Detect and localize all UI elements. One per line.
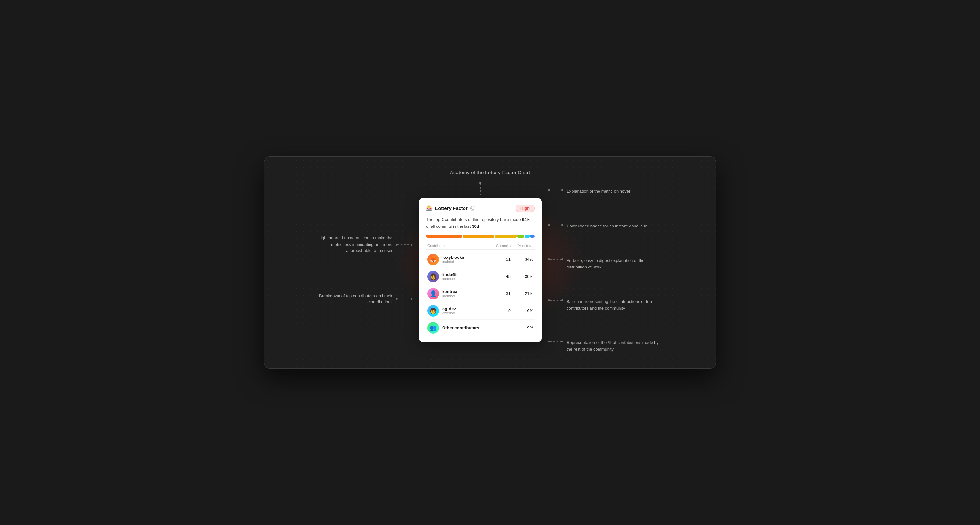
right-ann-dot-line-2 bbox=[548, 224, 563, 226]
contributor-row: 🧑og-devexternal96% bbox=[426, 302, 535, 320]
right-ann-2: Color coded badge for an instant visual … bbox=[548, 223, 664, 229]
contributor-name: Other contributors bbox=[442, 325, 488, 330]
r-dot-4b bbox=[562, 299, 563, 301]
right-ann-text-2: Color coded badge for an instant visual … bbox=[566, 223, 647, 229]
contribution-bar-chart bbox=[426, 235, 535, 238]
bar-segment bbox=[495, 235, 517, 238]
right-ann-text-5: Representation of the % of contributions… bbox=[566, 340, 664, 352]
pct-value: 9% bbox=[511, 325, 533, 330]
commits-value: 31 bbox=[488, 291, 511, 296]
th-commits: Commits bbox=[488, 243, 511, 248]
pct-value: 34% bbox=[511, 257, 533, 262]
r-dot-2b bbox=[562, 224, 563, 226]
high-badge: High bbox=[515, 205, 535, 212]
bar-segment bbox=[530, 235, 535, 238]
right-ann-text-4: Bar chart representing the contributions… bbox=[566, 299, 664, 311]
bar-segment bbox=[517, 235, 524, 238]
right-ann-4: Bar chart representing the contributions… bbox=[548, 299, 664, 311]
contributor-row: 👥Other contributors9% bbox=[426, 320, 535, 336]
bar-segment bbox=[426, 235, 462, 238]
avatar: 🧑 bbox=[427, 305, 439, 317]
table-header: Contributor Commits % of total bbox=[426, 243, 535, 250]
left-ann-line-1 bbox=[398, 244, 410, 245]
right-ann-text-1: Explanation of the metric on hover bbox=[566, 188, 630, 194]
contributor-role: member bbox=[442, 277, 488, 281]
contributor-name: og-dev bbox=[442, 306, 488, 311]
r-dot-5b bbox=[562, 340, 563, 342]
card-description: The top 2 contributors of this repositor… bbox=[426, 216, 535, 230]
pct-value: 30% bbox=[511, 274, 533, 279]
left-ann-dot-1b bbox=[410, 243, 412, 245]
contributor-info: og-devexternal bbox=[442, 306, 488, 315]
contributor-row: 👤kentruamember3121% bbox=[426, 285, 535, 302]
bar-segment bbox=[463, 235, 494, 238]
contributor-info: Other contributors bbox=[442, 325, 488, 330]
right-ann-5: Representation of the % of contributions… bbox=[548, 340, 664, 352]
left-annotation-2: Breakdown of top contributors and their … bbox=[316, 293, 412, 305]
lottery-factor-card: 🎰 Lottery Factor ⓘ High The top 2 contri… bbox=[419, 198, 542, 342]
desc-top-count: 2 bbox=[442, 217, 444, 222]
r-line-1 bbox=[550, 190, 562, 190]
avatar: 👥 bbox=[427, 322, 439, 334]
info-icon[interactable]: ⓘ bbox=[470, 206, 476, 211]
right-annotations: Explanation of the metric on hover Color… bbox=[542, 188, 664, 352]
contributor-role: maintainer bbox=[442, 260, 488, 264]
right-ann-dot-line-4 bbox=[548, 299, 563, 301]
avatar: 👤 bbox=[427, 288, 439, 299]
commits-value: 45 bbox=[488, 274, 511, 279]
lottery-icon: 🎰 bbox=[426, 205, 433, 211]
contributor-role: member bbox=[442, 294, 488, 298]
left-ann-text-2: Breakdown of top contributors and their … bbox=[316, 293, 393, 305]
pct-value: 21% bbox=[511, 291, 533, 296]
pct-value: 6% bbox=[511, 308, 533, 313]
left-ann-dot-2b bbox=[410, 298, 412, 300]
r-line-4 bbox=[550, 301, 562, 301]
avatar: 👩 bbox=[427, 271, 439, 282]
contributor-name: kentrua bbox=[442, 289, 488, 294]
right-ann-text-3: Verbose, easy to digest explanation of t… bbox=[566, 258, 664, 270]
left-ann-text-1: Light hearted name an icon to make the m… bbox=[316, 235, 393, 254]
contributor-info: kentruamember bbox=[442, 289, 488, 298]
contributors-list: 🦊foxyblocksmaintainer5134%👩linda45member… bbox=[426, 251, 535, 336]
contributor-row: 👩linda45member4530% bbox=[426, 268, 535, 285]
r-dot-3b bbox=[562, 258, 563, 260]
card-title: Lottery Factor bbox=[435, 205, 468, 211]
card-header: 🎰 Lottery Factor ⓘ High bbox=[426, 205, 535, 212]
card-title-area: 🎰 Lottery Factor ⓘ bbox=[426, 205, 476, 211]
r-line-2 bbox=[550, 224, 562, 225]
commits-value: 51 bbox=[488, 257, 511, 262]
contributor-row: 🦊foxyblocksmaintainer5134% bbox=[426, 251, 535, 268]
page-title: Anatomy of the Lottery Factor Chart bbox=[283, 170, 697, 175]
right-ann-dot-line-5 bbox=[548, 340, 563, 342]
main-layout: Light hearted name an icon to make the m… bbox=[283, 188, 697, 352]
desc-pct: 64% bbox=[522, 217, 530, 222]
right-ann-1: Explanation of the metric on hover bbox=[548, 188, 664, 194]
right-ann-dot-line-1 bbox=[548, 189, 563, 191]
contributor-role: external bbox=[442, 311, 488, 315]
tooltip-line-top bbox=[479, 182, 481, 197]
desc-mid: contributors of this repository have mad… bbox=[444, 217, 522, 222]
right-ann-dot-line-3 bbox=[548, 258, 563, 260]
contributor-name: foxyblocks bbox=[442, 255, 488, 260]
card-wrapper: 🎰 Lottery Factor ⓘ High The top 2 contri… bbox=[419, 198, 542, 342]
r-line-3 bbox=[550, 259, 562, 260]
desc-period: 30d bbox=[472, 224, 479, 229]
avatar: 🦊 bbox=[427, 254, 439, 265]
r-dot-1b bbox=[562, 189, 563, 191]
th-contributor: Contributor bbox=[427, 243, 488, 248]
desc-pre: The top bbox=[426, 217, 442, 222]
commits-value: 9 bbox=[488, 308, 511, 313]
right-ann-3: Verbose, easy to digest explanation of t… bbox=[548, 258, 664, 270]
left-annotation-1: Light hearted name an icon to make the m… bbox=[316, 235, 412, 254]
contributor-info: foxyblocksmaintainer bbox=[442, 255, 488, 264]
bar-segment bbox=[525, 235, 530, 238]
contributor-info: linda45member bbox=[442, 272, 488, 281]
screen-frame: Anatomy of the Lottery Factor Chart Ligh… bbox=[264, 156, 716, 369]
th-pct: % of total bbox=[511, 243, 533, 248]
contributor-name: linda45 bbox=[442, 272, 488, 277]
left-annotations: Light hearted name an icon to make the m… bbox=[316, 235, 419, 305]
desc-post: of all commits in the last bbox=[426, 224, 472, 229]
